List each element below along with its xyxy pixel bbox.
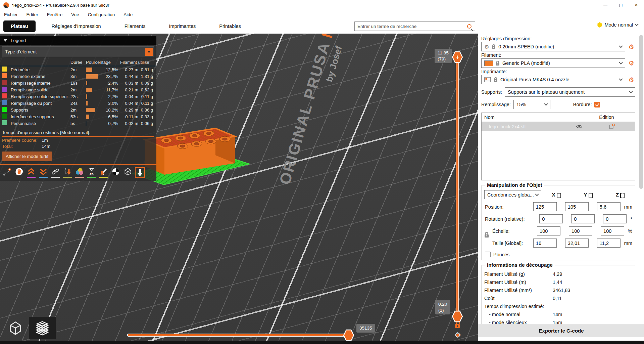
manipulation-input-y[interactable] xyxy=(565,239,589,248)
print-settings-gear-button[interactable]: ⚙ xyxy=(627,43,635,51)
view-type-label: Type d'élément xyxy=(5,49,37,54)
travels-icon[interactable] xyxy=(2,167,12,178)
seams-down-icon[interactable] xyxy=(38,167,48,178)
scale-lock-icon[interactable] xyxy=(484,231,490,239)
infill-combo[interactable]: 15% xyxy=(513,100,550,109)
menu-item-vue[interactable]: Vue xyxy=(71,12,79,17)
tab-r-glages-d-impression[interactable]: Réglages d'Impression xyxy=(44,20,108,32)
element-duration: 5s xyxy=(70,121,86,126)
menu-item-fenêtre[interactable]: Fenêtre xyxy=(47,12,63,17)
manipulation-input-x[interactable] xyxy=(533,239,557,248)
sidebar-scrollbar[interactable] xyxy=(639,35,643,189)
manipulation-input-x[interactable] xyxy=(539,214,563,223)
element-type-label: Remplissage solide supérieur xyxy=(11,94,70,99)
info-label: Filament Utilisé (m) xyxy=(484,280,553,285)
column-filament: Filament utilisé xyxy=(118,60,153,65)
object-row[interactable]: lego_brick-2x4.stl xyxy=(482,122,635,131)
center-of-mass-icon[interactable] xyxy=(111,167,121,178)
info-value: 0,11 xyxy=(553,296,562,301)
legend-row: Remplissage solide2m11,7%0.21 m0.62 g xyxy=(0,86,156,93)
manipulation-input-z[interactable] xyxy=(597,202,621,211)
retractions-icon[interactable] xyxy=(50,167,60,178)
legend-header[interactable]: Legend xyxy=(0,36,156,45)
manipulation-input-y[interactable] xyxy=(571,214,595,223)
menu-item-editer[interactable]: Editer xyxy=(27,12,38,17)
stealth-mode-button[interactable]: Afficher le mode furtif xyxy=(2,152,52,161)
manipulation-input-y[interactable] xyxy=(565,202,589,211)
tab-imprimantes[interactable]: Imprimantes xyxy=(162,20,203,32)
coordinates-combo[interactable]: Coordonnées globa... xyxy=(484,190,541,199)
tool-changes-icon[interactable] xyxy=(75,167,85,178)
title-bar: *lego_brick-2x4 - PrusaSlicer-2.9.4 basé… xyxy=(0,0,644,10)
travel-arrow-icon[interactable] xyxy=(135,167,145,178)
element-type-label: Interface des supports xyxy=(11,114,70,119)
edit-object-icon[interactable] xyxy=(589,124,635,130)
element-filament-length: 0.04 m xyxy=(118,94,138,99)
filament-combo[interactable]: Generic PLA (modifié) xyxy=(481,58,625,68)
manipulation-input-z[interactable] xyxy=(601,226,624,235)
mode-selector[interactable]: Mode normal xyxy=(597,22,638,28)
export-gcode-button[interactable]: Exporter le G-code xyxy=(478,324,644,337)
color-print-icon[interactable] xyxy=(14,167,24,178)
object-list: Nom Édition lego_brick-2x4.stl xyxy=(481,113,635,180)
printer-gear-button[interactable]: ⚙ xyxy=(627,76,635,84)
tab-filaments[interactable]: Filaments xyxy=(117,20,153,32)
manipulation-label: Rotation (relative): xyxy=(484,216,539,222)
minimize-button[interactable]: — xyxy=(598,0,613,10)
menu-item-fichier[interactable]: Fichier xyxy=(4,12,18,17)
search-input[interactable] xyxy=(355,24,467,29)
menu-item-aide[interactable]: Aide xyxy=(123,12,133,17)
element-percent: 6,5% xyxy=(101,114,118,119)
custom-gcode-icon[interactable] xyxy=(99,167,109,178)
info-value: 1,44 xyxy=(553,280,562,285)
menu-bar: FichierEditerFenêtreVueConfigurationAide xyxy=(0,10,644,19)
pauses-icon[interactable] xyxy=(87,167,97,178)
chevron-down-icon xyxy=(544,102,548,105)
layer-top-height: 11.85 xyxy=(438,50,449,56)
manipulation-input-x[interactable] xyxy=(533,202,557,211)
preview-view-button[interactable] xyxy=(29,317,56,339)
element-filament-weight: 0.86 g xyxy=(138,108,153,113)
lock-icon xyxy=(495,60,500,66)
viewport-3d[interactable]: ORIGINAL PRUSA MK by Josef xyxy=(0,34,478,341)
search-icon[interactable] xyxy=(467,24,472,29)
element-percent: 12,5% xyxy=(101,67,118,72)
search-box xyxy=(354,22,475,31)
tab-plateau[interactable]: Plateau xyxy=(3,20,36,32)
view-type-dropdown[interactable]: Type d'élément xyxy=(2,46,154,57)
mode-label: Mode normal xyxy=(604,22,633,28)
slicing-info-row: Filament Utilisé (g)4,29 xyxy=(484,271,632,277)
editor-view-button[interactable] xyxy=(2,317,29,339)
manipulation-input-y[interactable] xyxy=(569,226,592,235)
unit-label: mm xyxy=(624,241,632,246)
moves-slider-track[interactable] xyxy=(127,334,346,337)
element-percent: 2,4% xyxy=(101,81,118,86)
maximize-button[interactable]: ▢ xyxy=(613,0,629,10)
brim-checkbox[interactable] xyxy=(594,102,600,108)
chevron-down-icon xyxy=(619,77,623,81)
slider-settings-gear-icon[interactable]: ⚙ xyxy=(454,331,462,339)
dropdown-arrow-button[interactable] xyxy=(145,48,153,56)
manipulation-input-z[interactable] xyxy=(597,239,621,248)
seams-up-icon[interactable] xyxy=(26,167,36,178)
manipulation-input-x[interactable] xyxy=(537,226,560,235)
print-settings-combo[interactable]: ⚙ 0.20mm SPEED (modifié) xyxy=(481,42,625,51)
legend-row: Périmètre externe3m23,7%0.44 m1.31 g xyxy=(0,73,156,80)
deretractions-icon[interactable] xyxy=(62,167,72,178)
chevron-down-icon xyxy=(635,22,638,26)
filament-gear-button[interactable]: ⚙ xyxy=(627,59,635,67)
menu-item-configuration[interactable]: Configuration xyxy=(88,12,115,17)
tab-printables[interactable]: Printables xyxy=(212,20,248,32)
inches-checkbox[interactable] xyxy=(485,252,491,257)
gear-icon: ⚙ xyxy=(484,44,489,50)
manipulation-row: Échelle:% xyxy=(484,226,632,235)
element-filament-length: 0.21 m xyxy=(118,87,138,92)
layer-slider-track[interactable] xyxy=(456,58,459,316)
manipulation-input-z[interactable] xyxy=(603,214,627,223)
visibility-eye-icon[interactable] xyxy=(570,124,589,129)
element-filament-weight: 0.11 g xyxy=(138,94,153,99)
supports-combo[interactable]: Supports sur le plateau uniquement xyxy=(505,87,635,97)
close-button[interactable]: ✕ xyxy=(629,0,644,10)
printer-combo[interactable]: Original Prusa MK4S 0.4 nozzle xyxy=(481,75,625,84)
shells-icon[interactable] xyxy=(123,167,133,178)
